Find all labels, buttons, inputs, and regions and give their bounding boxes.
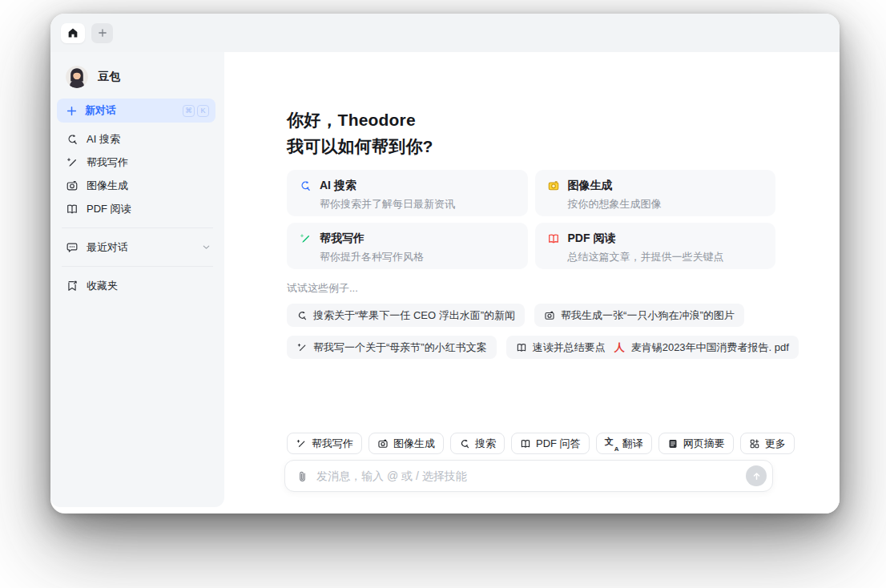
sidebar-divider bbox=[62, 266, 213, 267]
avatar bbox=[66, 66, 88, 88]
skill-label: 搜索 bbox=[475, 437, 496, 451]
sidebar-item-label: 图像生成 bbox=[87, 179, 128, 193]
card-title: AI 搜索 bbox=[320, 179, 356, 193]
card-image-gen[interactable]: 图像生成 按你的想象生成图像 bbox=[535, 170, 776, 216]
image-gen-icon bbox=[547, 179, 560, 192]
card-desc: 按你的想象生成图像 bbox=[568, 197, 765, 211]
paperclip-icon[interactable] bbox=[296, 469, 309, 483]
card-write[interactable]: 帮我写作 帮你提升各种写作风格 bbox=[287, 223, 528, 269]
arrow-up-icon bbox=[751, 470, 763, 482]
skill-label: 帮我写作 bbox=[312, 437, 353, 451]
example-text: 帮我生成一张“一只小狗在冲浪”的图片 bbox=[561, 308, 735, 323]
examples-title: 试试这些例子... bbox=[287, 281, 840, 296]
image-gen-icon bbox=[66, 179, 79, 192]
card-title: PDF 阅读 bbox=[568, 232, 616, 246]
ai-search-icon bbox=[459, 438, 470, 449]
pdf-read-icon bbox=[66, 203, 79, 215]
bookmark-icon bbox=[66, 280, 79, 292]
sidebar-item-label: 收藏夹 bbox=[87, 279, 118, 293]
message-input[interactable] bbox=[316, 469, 746, 482]
plus-icon bbox=[97, 27, 108, 38]
sidebar-divider bbox=[62, 228, 213, 228]
ai-search-icon bbox=[66, 133, 79, 146]
sidebar-item-pdf-read[interactable]: PDF 阅读 bbox=[50, 197, 224, 220]
sidebar-item-favorites[interactable]: 收藏夹 bbox=[50, 274, 224, 297]
skill-label: 更多 bbox=[765, 437, 786, 451]
tab-home[interactable] bbox=[61, 23, 85, 43]
tab-new[interactable] bbox=[91, 23, 113, 43]
sidebar-item-label: AI 搜索 bbox=[87, 132, 120, 147]
greeting-line2: 我可以如何帮到你? bbox=[287, 133, 840, 159]
pdf-read-icon bbox=[520, 438, 531, 449]
webpage-summary-icon bbox=[667, 438, 679, 449]
example-chip-image[interactable]: 帮我生成一张“一只小狗在冲浪”的图片 bbox=[534, 304, 744, 327]
sidebar-item-recent[interactable]: 最近对话 bbox=[50, 236, 224, 259]
chevron-down-icon[interactable] bbox=[201, 242, 211, 252]
shortcut-badge: ⌘ K bbox=[183, 105, 209, 117]
more-grid-icon bbox=[749, 438, 760, 449]
sidebar-item-new-chat[interactable]: 新对话 ⌘ K bbox=[57, 99, 215, 123]
pdf-file-icon: 人 bbox=[614, 340, 625, 355]
profile-button[interactable]: 豆包 bbox=[50, 61, 224, 99]
write-icon bbox=[296, 438, 307, 449]
app-name: 豆包 bbox=[98, 70, 120, 84]
image-gen-icon bbox=[377, 438, 389, 449]
card-pdf-read[interactable]: PDF 阅读 总结这篇文章，并提供一些关键点 bbox=[535, 223, 776, 269]
skill-write[interactable]: 帮我写作 bbox=[287, 433, 362, 454]
example-text: 速读并总结要点 bbox=[533, 340, 606, 355]
ai-search-icon bbox=[296, 310, 308, 321]
card-desc: 总结这篇文章，并提供一些关键点 bbox=[568, 250, 765, 264]
example-chip-search[interactable]: 搜索关于“苹果下一任 CEO 浮出水面”的新闻 bbox=[287, 304, 525, 327]
pdf-read-icon bbox=[516, 342, 527, 353]
sidebar-item-label: PDF 阅读 bbox=[87, 202, 131, 216]
skill-webpage-summary[interactable]: 网页摘要 bbox=[658, 433, 734, 454]
send-button[interactable] bbox=[746, 465, 767, 486]
skill-toolbar: 帮我写作 图像生成 bbox=[287, 433, 840, 454]
skill-more[interactable]: 更多 bbox=[740, 433, 795, 454]
sidebar-item-image-gen[interactable]: 图像生成 bbox=[50, 174, 224, 197]
k-keycap: K bbox=[197, 105, 209, 117]
skill-label: 图像生成 bbox=[393, 437, 435, 451]
image-gen-icon bbox=[544, 310, 555, 321]
sidebar-item-label: 帮我写作 bbox=[87, 155, 128, 170]
message-input-box bbox=[284, 460, 773, 492]
example-chip-write[interactable]: 帮我写一个关于“母亲节”的小红书文案 bbox=[287, 336, 497, 359]
skill-label: 翻译 bbox=[622, 437, 643, 451]
tab-bar bbox=[50, 14, 840, 52]
write-icon bbox=[299, 232, 312, 245]
main-content: 你好，Theodore 我可以如何帮到你? A bbox=[224, 52, 840, 513]
skill-pdf-qa[interactable]: PDF 问答 bbox=[511, 433, 590, 454]
plus-icon bbox=[66, 105, 78, 117]
example-file-name: 麦肯锡2023年中国消费者报告. pdf bbox=[631, 340, 789, 355]
translate-icon: 文A bbox=[605, 437, 618, 450]
skill-label: 网页摘要 bbox=[683, 437, 725, 451]
example-text: 搜索关于“苹果下一任 CEO 浮出水面”的新闻 bbox=[313, 308, 515, 323]
app-window: 豆包 新对话 ⌘ K bbox=[50, 14, 840, 513]
cmd-keycap: ⌘ bbox=[183, 105, 195, 117]
sidebar-item-label: 最近对话 bbox=[87, 240, 193, 255]
card-ai-search[interactable]: AI 搜索 帮你搜索并了解每日最新资讯 bbox=[287, 170, 528, 216]
sidebar: 豆包 新对话 ⌘ K bbox=[50, 52, 224, 507]
sidebar-item-ai-search[interactable]: AI 搜索 bbox=[50, 127, 224, 151]
write-icon bbox=[66, 156, 79, 169]
example-text: 帮我写一个关于“母亲节”的小红书文案 bbox=[313, 340, 487, 355]
sidebar-item-write[interactable]: 帮我写作 bbox=[50, 151, 224, 174]
new-chat-label: 新对话 bbox=[85, 103, 183, 118]
example-prompts: 搜索关于“苹果下一任 CEO 浮出水面”的新闻 帮我生成一张“一只小狗在冲浪”的… bbox=[287, 304, 840, 368]
card-desc: 帮你提升各种写作风格 bbox=[320, 250, 517, 264]
skill-image-gen[interactable]: 图像生成 bbox=[368, 433, 444, 454]
card-title: 帮我写作 bbox=[320, 232, 364, 246]
card-title: 图像生成 bbox=[568, 179, 613, 193]
chat-bubble-icon bbox=[66, 241, 79, 254]
home-icon bbox=[66, 26, 79, 39]
pdf-read-icon bbox=[547, 232, 560, 245]
skill-label: PDF 问答 bbox=[536, 437, 581, 451]
example-chip-pdf[interactable]: 速读并总结要点 人 麦肯锡2023年中国消费者报告. pdf bbox=[506, 336, 799, 359]
greeting-line1: 你好，Theodore bbox=[287, 107, 840, 133]
card-desc: 帮你搜索并了解每日最新资讯 bbox=[320, 197, 517, 211]
ai-search-icon bbox=[299, 179, 312, 192]
write-icon bbox=[296, 342, 308, 353]
skill-translate[interactable]: 文A 翻译 bbox=[596, 433, 652, 454]
skill-search[interactable]: 搜索 bbox=[450, 433, 505, 454]
feature-cards: AI 搜索 帮你搜索并了解每日最新资讯 bbox=[287, 170, 775, 269]
